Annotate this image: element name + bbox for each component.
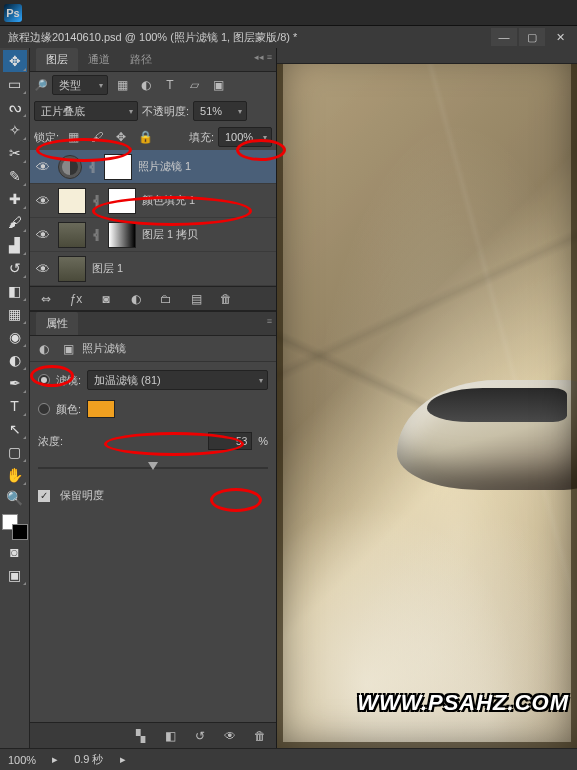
- hand-tool[interactable]: ✋: [3, 464, 27, 486]
- color-chip[interactable]: [87, 400, 115, 418]
- panel-menu-icon[interactable]: ◂◂ ≡: [254, 52, 272, 62]
- window-maximize-button[interactable]: ▢: [519, 28, 545, 46]
- marquee-tool[interactable]: ▭: [3, 73, 27, 95]
- layer-mask-thumb[interactable]: [108, 222, 136, 248]
- document-title: 旅程边缘20140610.psd @ 100% (照片滤镜 1, 图层蒙版/8)…: [8, 30, 297, 45]
- link-icon: ╣: [88, 161, 98, 172]
- wand-tool[interactable]: ✧: [3, 119, 27, 141]
- filter-adjust-icon[interactable]: ◐: [136, 75, 156, 95]
- screenmode-toggle[interactable]: ▣: [3, 564, 27, 586]
- preserve-label: 保留明度: [60, 488, 104, 503]
- ruler-horizontal: [277, 48, 577, 64]
- new-adjustment-icon[interactable]: ◐: [126, 289, 146, 309]
- stamp-tool[interactable]: ▟: [3, 234, 27, 256]
- layer-item-base[interactable]: 👁 图层 1: [30, 252, 276, 286]
- density-slider[interactable]: [38, 460, 268, 476]
- filter-radio[interactable]: [38, 374, 50, 386]
- lock-pixels-icon[interactable]: 🖌: [87, 127, 107, 147]
- view-previous-icon[interactable]: ◧: [160, 726, 180, 746]
- lock-transparency-icon[interactable]: ▦: [63, 127, 83, 147]
- filter-pixel-icon[interactable]: ▦: [112, 75, 132, 95]
- fill-input[interactable]: 100%▾: [218, 127, 272, 147]
- layer-thumb: [58, 222, 86, 248]
- menu-bar: Ps: [0, 0, 577, 26]
- filter-dropdown[interactable]: 加温滤镜 (81)▾: [87, 370, 268, 390]
- fx-icon[interactable]: ƒx: [66, 289, 86, 309]
- crop-tool[interactable]: ✂: [3, 142, 27, 164]
- blend-mode-dropdown[interactable]: 正片叠底▾: [34, 101, 138, 121]
- blur-tool[interactable]: ◉: [3, 326, 27, 348]
- link-icon: ╣: [92, 229, 102, 240]
- reset-icon[interactable]: ↺: [190, 726, 210, 746]
- pen-tool[interactable]: ✒: [3, 372, 27, 394]
- mask-header-icon: ▣: [58, 339, 78, 359]
- properties-panel-tabs: 属性 ≡: [30, 312, 276, 336]
- adjustment-header-icon: ◐: [34, 339, 54, 359]
- layer-item-copy[interactable]: 👁 ╣ 图层 1 拷贝: [30, 218, 276, 252]
- properties-footer: ▚ ◧ ↺ 👁 🗑: [30, 722, 276, 748]
- document-canvas[interactable]: WWW.PSAHZ.COM: [277, 48, 577, 748]
- color-swatches[interactable]: [2, 514, 28, 540]
- quickmask-toggle[interactable]: ◙: [3, 541, 27, 563]
- window-close-button[interactable]: ✕: [547, 28, 573, 46]
- lock-position-icon[interactable]: ✥: [111, 127, 131, 147]
- visibility-toggle[interactable]: 👁: [34, 227, 52, 243]
- clip-to-layer-icon[interactable]: ▚: [130, 726, 150, 746]
- window-minimize-button[interactable]: —: [491, 28, 517, 46]
- lock-all-icon[interactable]: 🔒: [135, 127, 155, 147]
- tab-layers[interactable]: 图层: [36, 48, 78, 71]
- toolbox: ✥ ▭ ᔓ ✧ ✂ ✎ ✚ 🖌 ▟ ↺ ◧ ▦ ◉ ◐ ✒ T ↖ ▢ ✋ 🔍 …: [0, 48, 30, 748]
- visibility-toggle[interactable]: 👁: [34, 159, 52, 175]
- color-radio[interactable]: [38, 403, 50, 415]
- new-group-icon[interactable]: 🗀: [156, 289, 176, 309]
- background-swatch[interactable]: [12, 524, 28, 540]
- dodge-tool[interactable]: ◐: [3, 349, 27, 371]
- layer-item-photo-filter[interactable]: 👁 ╣ 照片滤镜 1: [30, 150, 276, 184]
- percent-label: %: [258, 435, 268, 447]
- visibility-toggle[interactable]: 👁: [34, 193, 52, 209]
- adjustment-icon: [58, 155, 82, 179]
- filter-type-icon[interactable]: T: [160, 75, 180, 95]
- eraser-tool[interactable]: ◧: [3, 280, 27, 302]
- tab-paths[interactable]: 路径: [120, 48, 162, 71]
- move-tool[interactable]: ✥: [3, 50, 27, 72]
- path-tool[interactable]: ↖: [3, 418, 27, 440]
- link-layers-icon[interactable]: ⇔: [36, 289, 56, 309]
- color-label: 颜色:: [56, 402, 81, 417]
- delete-layer-icon[interactable]: 🗑: [216, 289, 236, 309]
- fill-label: 填充:: [189, 130, 214, 145]
- preserve-luminosity-checkbox[interactable]: ✓: [38, 490, 50, 502]
- new-layer-icon[interactable]: ▤: [186, 289, 206, 309]
- layer-item-color-fill[interactable]: 👁 ╣ 颜色填充 1: [30, 184, 276, 218]
- lasso-tool[interactable]: ᔓ: [3, 96, 27, 118]
- layer-mask-thumb[interactable]: [104, 154, 132, 180]
- zoom-tool[interactable]: 🔍: [3, 487, 27, 509]
- toggle-visibility-icon[interactable]: 👁: [220, 726, 240, 746]
- timing-info: 0.9 秒: [74, 752, 103, 767]
- filter-shape-icon[interactable]: ▱: [184, 75, 204, 95]
- opacity-input[interactable]: 51%▾: [193, 101, 247, 121]
- history-brush-tool[interactable]: ↺: [3, 257, 27, 279]
- gradient-tool[interactable]: ▦: [3, 303, 27, 325]
- layers-panel-tabs: 图层 通道 路径 ◂◂ ≡: [30, 48, 276, 72]
- tab-properties[interactable]: 属性: [36, 312, 78, 335]
- brush-tool[interactable]: 🖌: [3, 211, 27, 233]
- delete-adjustment-icon[interactable]: 🗑: [250, 726, 270, 746]
- eyedropper-tool[interactable]: ✎: [3, 165, 27, 187]
- panel-menu-icon[interactable]: ≡: [267, 316, 272, 326]
- layer-filter-dropdown[interactable]: 类型▾: [52, 75, 108, 95]
- document-titlebar: 旅程边缘20140610.psd @ 100% (照片滤镜 1, 图层蒙版/8)…: [0, 26, 577, 48]
- density-input[interactable]: 53: [208, 432, 252, 450]
- layer-mask-thumb[interactable]: [108, 188, 136, 214]
- search-icon: 🔎: [34, 79, 48, 92]
- layer-thumb: [58, 188, 86, 214]
- add-mask-icon[interactable]: ◙: [96, 289, 116, 309]
- layer-name: 图层 1 拷贝: [142, 227, 198, 242]
- type-tool[interactable]: T: [3, 395, 27, 417]
- visibility-toggle[interactable]: 👁: [34, 261, 52, 277]
- heal-tool[interactable]: ✚: [3, 188, 27, 210]
- filter-smart-icon[interactable]: ▣: [208, 75, 228, 95]
- tab-channels[interactable]: 通道: [78, 48, 120, 71]
- shape-tool[interactable]: ▢: [3, 441, 27, 463]
- zoom-level[interactable]: 100%: [8, 754, 36, 766]
